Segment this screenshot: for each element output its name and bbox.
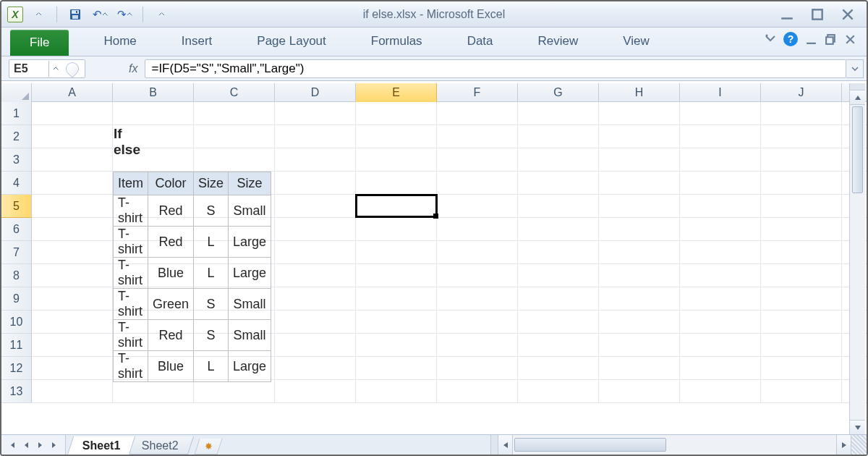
data-table: ItemColorSizeSize T-shirtRedSSmallT-shir…	[113, 172, 271, 382]
sheet-nav-first-button[interactable]	[4, 436, 19, 454]
worksheet-grid[interactable]: ABCDEFGHIJ 12345678910111213 If else Ite…	[1, 83, 867, 434]
fx-label[interactable]: fx	[129, 62, 137, 75]
workbook-close-button[interactable]	[844, 33, 856, 46]
table-cell[interactable]: Green	[148, 289, 194, 320]
table-cell[interactable]: Red	[148, 320, 194, 351]
horizontal-split-handle[interactable]	[491, 435, 498, 455]
table-cell[interactable]: T-shirt	[114, 227, 148, 258]
row-header-11[interactable]: 11	[1, 334, 32, 357]
table-cell[interactable]: S	[194, 289, 229, 320]
row-header-5[interactable]: 5	[1, 195, 32, 218]
table-cell[interactable]: L	[194, 351, 229, 382]
formula-bar-expand-button[interactable]	[846, 59, 864, 78]
row-header-13[interactable]: 13	[1, 380, 32, 403]
vertical-scroll-thumb[interactable]	[852, 106, 863, 193]
column-header-H[interactable]: H	[599, 83, 680, 102]
table-cell[interactable]: L	[194, 227, 229, 258]
column-header-F[interactable]: F	[437, 83, 518, 102]
row-header-6[interactable]: 6	[1, 218, 32, 241]
tab-page-layout[interactable]: Page Layout	[245, 28, 337, 56]
help-button[interactable]: ?	[783, 32, 798, 46]
sheet-nav-next-button[interactable]	[33, 436, 48, 454]
table-cell[interactable]: Red	[148, 227, 194, 258]
undo-button[interactable]: ↶	[90, 6, 109, 23]
table-cell[interactable]: T-shirt	[114, 195, 148, 227]
new-sheet-button[interactable]: ✸	[195, 439, 223, 455]
scroll-up-button[interactable]	[850, 90, 865, 105]
qat-app-dropdown[interactable]	[29, 6, 48, 23]
horizontal-scroll-track[interactable]	[513, 435, 836, 455]
column-header-B[interactable]: B	[113, 83, 194, 102]
name-box[interactable]	[9, 59, 85, 78]
minimize-button[interactable]	[780, 7, 794, 22]
cells-area[interactable]: If else ItemColorSizeSize T-shirtRedSSma…	[32, 102, 867, 434]
column-header-J[interactable]: J	[761, 83, 842, 102]
table-cell[interactable]: L	[194, 258, 229, 289]
workbook-restore-button[interactable]	[825, 33, 837, 46]
tab-view[interactable]: View	[611, 28, 661, 56]
file-tab[interactable]: File	[10, 30, 69, 56]
formula-input[interactable]	[145, 59, 846, 78]
vertical-scroll-track[interactable]	[850, 105, 865, 420]
name-box-dropdown[interactable]	[48, 61, 61, 77]
tab-data[interactable]: Data	[456, 28, 505, 56]
new-sheet-icon: ✸	[205, 441, 213, 452]
scroll-down-button[interactable]	[850, 420, 865, 434]
table-cell[interactable]: T-shirt	[114, 351, 148, 382]
row-header-9[interactable]: 9	[1, 287, 32, 311]
maximize-button[interactable]	[810, 7, 825, 22]
row-header-12[interactable]: 12	[1, 357, 32, 380]
table-cell[interactable]: T-shirt	[114, 289, 148, 320]
table-cell[interactable]: Blue	[148, 351, 194, 382]
table-cell[interactable]: Large	[229, 351, 271, 382]
nav-first-icon	[7, 441, 16, 449]
select-all-corner[interactable]	[1, 83, 32, 102]
table-cell[interactable]: S	[194, 320, 229, 351]
row-header-4[interactable]: 4	[1, 172, 32, 195]
table-cell[interactable]: Small	[229, 195, 271, 227]
table-cell[interactable]: Small	[229, 320, 271, 351]
table-cell[interactable]: Large	[229, 258, 271, 289]
table-cell[interactable]: Blue	[148, 258, 194, 289]
row-header-1[interactable]: 1	[1, 102, 32, 125]
scroll-left-button[interactable]	[498, 435, 513, 455]
resize-handle[interactable]	[851, 435, 867, 455]
table-cell[interactable]: T-shirt	[114, 320, 148, 351]
sheet-tab-sheet1[interactable]: Sheet1	[67, 436, 136, 455]
workbook-minimize-button[interactable]	[805, 33, 817, 46]
column-header-G[interactable]: G	[518, 83, 599, 102]
horizontal-scrollbar[interactable]	[490, 435, 867, 455]
row-header-2[interactable]: 2	[1, 125, 32, 148]
sheet-nav-prev-button[interactable]	[19, 436, 33, 454]
scroll-right-button[interactable]	[836, 435, 851, 455]
column-header-D[interactable]: D	[275, 83, 356, 102]
sheet-nav-last-button[interactable]	[48, 436, 62, 454]
close-button[interactable]	[841, 7, 855, 22]
table-cell[interactable]: S	[194, 195, 229, 227]
row-header-8[interactable]: 8	[1, 264, 32, 287]
column-header-E[interactable]: E	[356, 83, 437, 102]
redo-button[interactable]: ↷	[115, 6, 134, 23]
tab-home[interactable]: Home	[92, 28, 148, 56]
tab-insert[interactable]: Insert	[170, 28, 224, 56]
vertical-scrollbar[interactable]	[849, 83, 865, 434]
tab-review[interactable]: Review	[527, 28, 590, 56]
row-header-3[interactable]: 3	[1, 148, 32, 172]
ribbon-minimize-button[interactable]	[765, 33, 776, 46]
row-header-7[interactable]: 7	[1, 241, 32, 264]
column-header-A[interactable]: A	[32, 83, 113, 102]
name-box-input[interactable]	[9, 61, 48, 77]
column-header-I[interactable]: I	[680, 83, 761, 102]
save-button[interactable]	[66, 6, 85, 23]
sheet-tab-sheet2[interactable]: Sheet2	[127, 436, 194, 455]
table-cell[interactable]: T-shirt	[114, 258, 148, 289]
row-header-10[interactable]: 10	[1, 311, 32, 334]
vertical-split-handle[interactable]	[850, 83, 865, 90]
table-cell[interactable]: Large	[229, 227, 271, 258]
horizontal-scroll-thumb[interactable]	[514, 438, 666, 452]
table-cell[interactable]: Red	[148, 195, 194, 227]
table-cell[interactable]: Small	[229, 289, 271, 320]
qat-customize-button[interactable]	[152, 6, 171, 23]
tab-formulas[interactable]: Formulas	[359, 28, 434, 56]
column-header-C[interactable]: C	[194, 83, 275, 102]
